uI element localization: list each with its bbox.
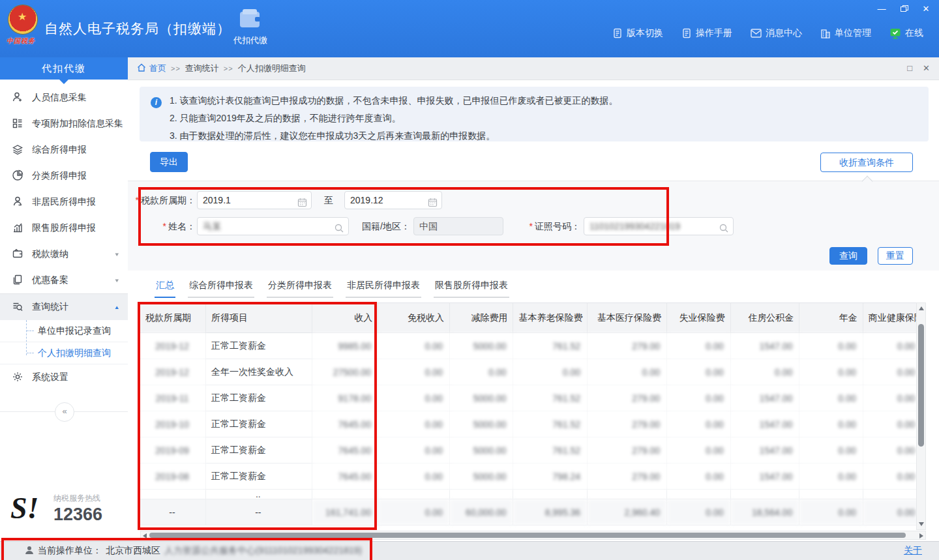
close-button[interactable]: ✕ <box>921 4 931 14</box>
summary-table: 税款所属期所得项目收入免税收入减除费用基本养老保险费基本医疗保险费失业保险费住房… <box>140 303 916 525</box>
cell: 18,564.00 <box>730 499 799 525</box>
notice-line: 3. 由于数据处理的滞后性，建议您在申报成功3天之后再来查询最新的申报数据。 <box>170 127 921 145</box>
export-button[interactable]: 导出 <box>150 152 188 172</box>
unit-name-public: 北京市西城区 <box>106 545 160 557</box>
sidebar-collapse-button[interactable]: « <box>55 402 74 422</box>
sidebar-item-special-deduction[interactable]: 专项附加扣除信息采集 <box>0 111 128 137</box>
notice-box: i 1. 该查询统计表仅能查询已申报成功的数据，不包含未申报、申报失败，已申报但… <box>140 87 929 141</box>
calendar-icon[interactable] <box>428 196 438 213</box>
breadcrumb-level1[interactable]: 查询统计 <box>185 63 219 74</box>
table-header-row: 税款所属期所得项目收入免税收入减除费用基本养老保险费基本医疗保险费失业保险费住房… <box>140 303 916 333</box>
search-icon[interactable] <box>334 222 344 239</box>
period-end-input[interactable]: 2019.12 <box>344 191 442 209</box>
breadcrumb-bar: 首页 >> 查询统计 >> 个人扣缴明细查询 □ ✕ <box>128 57 939 80</box>
scroll-right-arrow-icon[interactable] <box>919 533 923 538</box>
cell: 161,741.00 <box>312 499 378 525</box>
sidebar-subitem-unit-declaration-query[interactable]: 单位申报记录查询 <box>0 320 128 342</box>
cell: 0.00 <box>863 499 916 525</box>
tab-classified-income[interactable]: 分类所得申报表 <box>267 278 333 298</box>
horizontal-scroll-thumb[interactable] <box>149 533 906 538</box>
vertical-scroll-thumb[interactable] <box>918 324 924 447</box>
cell: 761.52 <box>513 385 588 411</box>
cell: 7645.00 <box>312 464 378 490</box>
table-row[interactable]: 2019-12正常工资薪金9985.000.005000.00761.52279… <box>140 333 916 359</box>
period-start-input[interactable]: 2019.1 <box>197 191 312 209</box>
sidebar-item-system-settings[interactable]: 系统设置 <box>0 364 128 391</box>
scroll-up-arrow-icon[interactable] <box>919 306 924 310</box>
required-mark: * <box>529 221 533 231</box>
cell: 1547.00 <box>730 411 799 437</box>
table-row[interactable]: 2019-11正常工资薪金9178.000.005000.00761.52279… <box>140 385 916 411</box>
id-number-label: *证照号码： <box>509 217 580 235</box>
cell: 0.00 <box>799 437 863 464</box>
tab-nonresident-income[interactable]: 非居民所得申报表 <box>346 278 421 298</box>
scroll-left-arrow-icon[interactable] <box>143 533 147 538</box>
tab-restricted-stock[interactable]: 限售股所得申报表 <box>434 278 509 298</box>
tab-summary[interactable]: 汇总 <box>155 278 175 298</box>
vertical-scrollbar[interactable] <box>916 302 926 530</box>
cell: 0.00 <box>667 437 731 464</box>
query-button[interactable]: 查询 <box>829 247 867 265</box>
cell: 279.00 <box>588 464 667 490</box>
cell: 0.00 <box>863 464 916 490</box>
table-row[interactable]: 2019-08正常工资薪金7645.000.005000.00798.24279… <box>140 464 916 490</box>
cell: 0.00 <box>799 499 863 525</box>
table-row[interactable]: 2019-12全年一次性奖金收入27500.000.000.000.000.00… <box>140 359 916 385</box>
sidebar-item-personnel-info[interactable]: 人员信息采集 <box>0 85 128 111</box>
horizontal-scrollbar[interactable] <box>140 531 926 540</box>
restore-button[interactable] <box>899 4 909 14</box>
sidebar-item-query-statistics[interactable]: 查询统计 ▴ <box>0 293 128 320</box>
search-icon[interactable] <box>719 222 729 239</box>
cell: 8,995.36 <box>513 499 588 525</box>
table-total-row[interactable]: ----161,741.000.0060,000.008,995.362,960… <box>140 499 916 525</box>
table-row-clipped[interactable]: .. <box>140 490 916 499</box>
table-row[interactable]: 2019-10正常工资薪金7645.000.005000.00761.52279… <box>140 411 916 437</box>
pane-maximize-button[interactable]: □ <box>907 63 912 74</box>
reset-button[interactable]: 重置 <box>878 247 913 265</box>
menu-message-center[interactable]: 消息中心 <box>751 27 802 39</box>
sidebar-item-nonresident-income[interactable]: 非居民所得申报 <box>0 189 128 215</box>
calendar-icon[interactable] <box>297 196 307 213</box>
app-header: ★ 中国税务 自然人电子税务局（扣缴端） 代扣代缴 版本切换 <box>0 0 939 57</box>
document-icon <box>681 28 692 38</box>
hotline-label: 纳税服务热线 <box>53 493 100 504</box>
sidebar-item-tax-payment[interactable]: 税款缴纳 ▾ <box>0 241 128 267</box>
sidebar-item-preference-filing[interactable]: 优惠备案 ▾ <box>0 267 128 293</box>
cell: 0.00 <box>667 385 731 411</box>
tab-comprehensive-income[interactable]: 综合所得申报表 <box>188 278 254 298</box>
scroll-down-arrow-icon[interactable] <box>919 522 924 526</box>
cell: 0.00 <box>799 359 863 385</box>
breadcrumb-home[interactable]: 首页 <box>137 63 166 74</box>
name-input[interactable]: 马某 <box>197 217 349 235</box>
period-start-value: 2019.1 <box>203 195 231 205</box>
table-row[interactable]: 2019-09正常工资薪金7645.000.005000.00761.52279… <box>140 437 916 464</box>
current-operating-unit: 当前操作单位：北京市西城区人力资源公共服务中心(9111010219930422… <box>25 545 362 557</box>
module-tab-withholding[interactable]: 代扣代缴 <box>224 9 276 46</box>
column-header: 基本医疗保险费 <box>588 303 667 333</box>
cell: 761.52 <box>513 333 588 359</box>
pane-close-button[interactable]: ✕ <box>923 63 930 74</box>
menu-version-switch[interactable]: 版本切换 <box>612 27 663 39</box>
sidebar-item-classified-income[interactable]: 分类所得申报 <box>0 163 128 189</box>
toggle-query-conditions-button[interactable]: 收折查询条件 <box>820 153 913 172</box>
cell: 0.00 <box>863 359 916 385</box>
cell: 2019-10 <box>140 411 206 437</box>
menu-online-status[interactable]: 在线 <box>889 27 923 39</box>
about-link[interactable]: 关于 <box>904 545 922 557</box>
menu-manual[interactable]: 操作手册 <box>681 27 732 39</box>
sidebar-item-comprehensive-income[interactable]: 综合所得申报 <box>0 137 128 163</box>
cell <box>863 490 916 499</box>
id-number-input[interactable]: 110102199304221819 <box>584 217 734 235</box>
cell: -- <box>206 499 312 525</box>
cell: 0.00 <box>667 333 731 359</box>
cell: 正常工资薪金 <box>206 333 312 359</box>
menu-unit-management[interactable]: 单位管理 <box>820 27 871 39</box>
chevron-down-icon: ▾ <box>115 277 119 284</box>
sidebar-item-restricted-stock[interactable]: 限售股所得申报 <box>0 215 128 241</box>
copy-pages-icon <box>12 274 23 287</box>
minimize-button[interactable]: — <box>876 4 887 14</box>
breadcrumb-separator: >> <box>224 65 233 72</box>
cell: 2019-12 <box>140 359 206 385</box>
window-controls: — ✕ <box>876 4 931 14</box>
sidebar-subitem-personal-withholding-query[interactable]: 个人扣缴明细查询 <box>0 342 128 364</box>
